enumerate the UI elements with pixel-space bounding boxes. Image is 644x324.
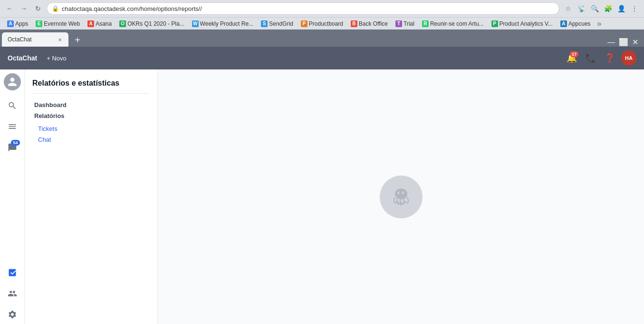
profile-button[interactable]: 👤 xyxy=(615,3,627,14)
bookmark-appcues-label: Appcues xyxy=(568,20,591,27)
user-avatar-button[interactable]: HA xyxy=(621,50,636,66)
bookmark-sendgrid[interactable]: S SendGrid xyxy=(258,20,297,28)
appcues-favicon: A xyxy=(560,20,567,27)
asana-favicon: A xyxy=(87,20,94,27)
forward-button[interactable]: → xyxy=(18,3,29,14)
reload-button[interactable]: ↻ xyxy=(32,3,44,14)
new-button[interactable]: + Novo xyxy=(42,52,71,65)
list-icon xyxy=(8,122,17,131)
header-left: OctaChat + Novo xyxy=(8,52,71,65)
content-sidebar: Relatórios e estatísticas Dashboard Rela… xyxy=(25,69,158,324)
svg-point-0 xyxy=(395,188,407,199)
sidebar-menu-item-chat[interactable]: Chat xyxy=(32,134,150,145)
bookmark-backoffice[interactable]: B Back Office xyxy=(347,20,391,28)
chat-badge: 54 xyxy=(11,140,19,146)
analytics-icon xyxy=(8,268,17,277)
menu-button[interactable]: ⋮ xyxy=(629,3,640,14)
lock-icon: 🔒 xyxy=(52,5,59,12)
backoffice-favicon: B xyxy=(351,20,357,27)
bookmark-backoffice-label: Back Office xyxy=(359,20,388,27)
productboard-favicon: P xyxy=(301,20,308,27)
octachat-tab[interactable]: OctaChat × xyxy=(2,32,68,47)
notifications-button[interactable]: 🔔 17 xyxy=(564,50,579,66)
evernote-favicon: E xyxy=(36,20,42,27)
phone-icon: 📞 xyxy=(586,53,596,63)
icon-sidebar: 54 xyxy=(0,69,25,324)
help-button[interactable]: ❓ xyxy=(602,50,617,66)
bookmark-asana[interactable]: A Asana xyxy=(84,20,115,28)
bookmark-sendgrid-label: SendGrid xyxy=(269,20,293,27)
bookmark-apps[interactable]: A Apps xyxy=(4,20,31,28)
main-content xyxy=(158,69,644,324)
sidebar-item-search[interactable] xyxy=(3,96,22,115)
tab-close-button[interactable]: × xyxy=(57,35,63,44)
close-window-icon[interactable]: ✕ xyxy=(632,38,638,47)
header-right: 🔔 17 📞 ❓ HA xyxy=(564,50,636,66)
bookmark-appcues[interactable]: A Appcues xyxy=(557,20,594,28)
tab-bar: OctaChat × + — ⬜ ✕ xyxy=(0,29,644,47)
user-avatar-icon xyxy=(7,77,18,87)
tab-title: OctaChat xyxy=(8,36,53,43)
minimize-icon[interactable]: — xyxy=(607,38,615,47)
sidebar-user-avatar[interactable] xyxy=(4,73,21,90)
bookmark-weekly-label: Weekly Product Re... xyxy=(200,20,254,27)
bookmark-star-button[interactable]: ☆ xyxy=(562,3,574,14)
tab-search-button[interactable]: 🔍 xyxy=(589,3,600,14)
bookmark-evernote-label: Evernote Web xyxy=(44,20,80,27)
notification-badge: 17 xyxy=(570,51,578,57)
phone-button[interactable]: 📞 xyxy=(583,50,598,66)
app-header: OctaChat + Novo 🔔 17 📞 ❓ HA xyxy=(0,47,644,69)
reunir-favicon: R xyxy=(422,20,429,27)
analytics-favicon: P xyxy=(491,20,498,27)
bookmark-reunir-label: Reunir-se com Artu... xyxy=(430,20,484,27)
cast-button[interactable]: 📡 xyxy=(576,3,587,14)
bookmark-trial[interactable]: T Trial xyxy=(392,20,418,28)
browser-actions: ☆ 📡 🔍 🧩 👤 ⋮ xyxy=(562,3,640,14)
sidebar-divider xyxy=(32,93,150,94)
new-tab-button[interactable]: + xyxy=(70,33,85,47)
main-layout: 54 Relatórios e estatísticas xyxy=(0,69,644,324)
sidebar-item-list[interactable] xyxy=(3,117,22,136)
sidebar-item-team[interactable] xyxy=(3,284,22,303)
bookmarks-bar: A Apps E Evernote Web A Asana O OKRs Q1 … xyxy=(0,17,644,29)
browser-toolbar: ← → ↻ 🔒 chatoctaqa.qaoctadesk.com/home/o… xyxy=(0,0,644,17)
team-icon xyxy=(8,289,17,298)
extension-button[interactable]: 🧩 xyxy=(602,3,614,14)
bookmark-okrs[interactable]: O OKRs Q1 2020 - Pla... xyxy=(116,20,187,28)
bookmark-apps-label: Apps xyxy=(15,20,28,27)
bookmark-analytics[interactable]: P Product Analytics V... xyxy=(488,20,556,28)
bookmark-okrs-label: OKRs Q1 2020 - Pla... xyxy=(127,20,184,27)
tab-right-actions: — ⬜ ✕ xyxy=(607,38,642,47)
search-icon xyxy=(8,101,17,110)
settings-icon xyxy=(8,310,17,319)
trial-favicon: T xyxy=(395,20,402,27)
sidebar-item-chat[interactable]: 54 xyxy=(3,138,22,157)
address-bar[interactable]: 🔒 chatoctaqa.qaoctadesk.com/home/options… xyxy=(47,2,559,15)
sidebar-menu-item-tickets[interactable]: Tickets xyxy=(32,123,150,134)
sidebar-item-settings[interactable] xyxy=(3,305,22,324)
back-button[interactable]: ← xyxy=(4,3,15,14)
bookmarks-more-button[interactable]: » xyxy=(595,19,604,29)
weekly-favicon: W xyxy=(192,20,199,27)
sidebar-menu-dashboard[interactable]: Dashboard xyxy=(32,101,150,108)
browser-chrome: ← → ↻ 🔒 chatoctaqa.qaoctadesk.com/home/o… xyxy=(0,0,644,29)
svg-point-4 xyxy=(403,192,404,193)
app-window: OctaChat × + — ⬜ ✕ OctaChat + Novo 🔔 17 … xyxy=(0,29,644,324)
help-icon: ❓ xyxy=(605,53,615,63)
octopus-placeholder xyxy=(380,176,423,218)
octopus-icon xyxy=(389,185,413,209)
sidebar-item-analytics[interactable] xyxy=(3,263,22,282)
bookmark-evernote[interactable]: E Evernote Web xyxy=(32,20,83,28)
bookmark-trial-label: Trial xyxy=(404,20,414,27)
bookmark-productboard[interactable]: P Productboard xyxy=(298,20,346,28)
app-logo: OctaChat xyxy=(8,54,37,62)
sendgrid-favicon: S xyxy=(261,20,268,27)
bookmark-analytics-label: Product Analytics V... xyxy=(500,20,553,27)
bookmark-asana-label: Asana xyxy=(96,20,112,27)
bookmark-weekly[interactable]: W Weekly Product Re... xyxy=(189,20,257,28)
maximize-icon[interactable]: ⬜ xyxy=(619,38,628,47)
bookmark-reunir[interactable]: R Reunir-se com Artu... xyxy=(419,20,487,28)
apps-favicon: A xyxy=(7,20,14,27)
sidebar-menu-relatorios[interactable]: Relatórios xyxy=(32,112,150,119)
okrs-favicon: O xyxy=(119,20,126,27)
